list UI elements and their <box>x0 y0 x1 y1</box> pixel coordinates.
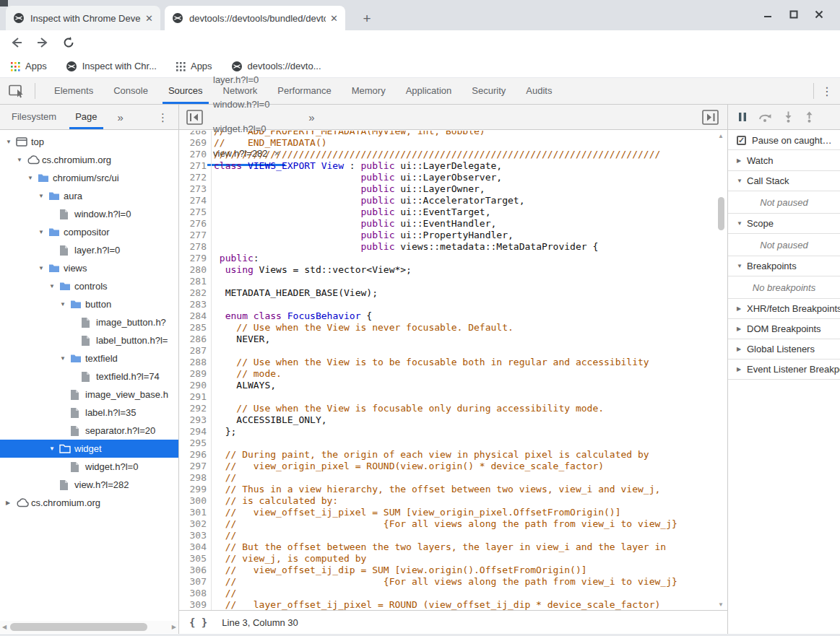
devtools-menu-icon[interactable]: ⋮ <box>821 84 831 98</box>
tree-item-image-view-base-h[interactable]: image_view_base.h <box>0 385 178 404</box>
line-number[interactable]: 303 <box>179 530 207 541</box>
pretty-print-icon[interactable]: { } <box>189 617 207 628</box>
pause-on-caught-row[interactable]: ✓ Pause on caught exceptions <box>728 131 840 150</box>
line-number[interactable]: 285 <box>179 322 207 334</box>
bookmark-item[interactable]: Apps <box>10 61 47 71</box>
bookmark-item[interactable]: Inspect with Chr... <box>66 61 157 72</box>
minimize-button[interactable] <box>763 9 772 19</box>
tree-item-cs-chromium-org[interactable]: ▶cs.chromium.org <box>0 494 178 512</box>
maximize-button[interactable] <box>789 9 798 19</box>
line-number[interactable]: 294 <box>179 426 207 437</box>
line-number[interactable]: 274 <box>179 195 207 206</box>
line-number[interactable]: 300 <box>179 495 207 507</box>
line-number[interactable]: 289 <box>179 368 207 380</box>
horizontal-scrollbar[interactable]: ◀ ▶ <box>0 621 178 633</box>
pause-button[interactable] <box>738 112 747 122</box>
chevron-down-icon[interactable]: ▼ <box>49 445 59 452</box>
section-call-stack[interactable]: ▼Call Stack <box>728 171 840 191</box>
line-number[interactable]: 282 <box>179 287 207 299</box>
editor-tab-window-h-l-0[interactable]: window.h?l=0 <box>213 92 280 117</box>
section-global-listeners[interactable]: ▶Global Listeners <box>728 339 840 360</box>
line-number[interactable]: 299 <box>179 484 207 495</box>
tree-item-textfield-h-l-74[interactable]: textfield.h?l=74 <box>0 367 178 385</box>
hide-navigator-icon[interactable] <box>186 110 203 125</box>
line-number[interactable]: 309 <box>179 599 207 610</box>
tree-item-separator-h-l-20[interactable]: separator.h?l=20 <box>0 422 178 440</box>
step-out-icon[interactable] <box>805 111 814 123</box>
line-number[interactable]: 286 <box>179 334 207 345</box>
line-number[interactable]: 292 <box>179 403 207 414</box>
chevron-down-icon[interactable]: ▼ <box>49 283 59 289</box>
section-dom-breakpoints[interactable]: ▶DOM Breakpoints <box>728 319 840 339</box>
line-number[interactable]: 293 <box>179 414 207 426</box>
tab-console[interactable]: Console <box>103 78 158 104</box>
vertical-scrollbar[interactable]: ▲ ▼ <box>716 131 727 610</box>
tree-item-image-button-h-[interactable]: image_button.h? <box>0 313 178 331</box>
tree-item-label-h-l-35[interactable]: label.h?l=35 <box>0 404 178 422</box>
navigator-tab-page[interactable]: Page <box>68 105 104 129</box>
tree-item-button[interactable]: ▼button <box>0 295 178 313</box>
scrollbar-thumb[interactable] <box>718 197 724 230</box>
chevron-down-icon[interactable]: ▼ <box>27 175 38 181</box>
line-number[interactable]: 291 <box>179 391 207 403</box>
line-number[interactable]: 308 <box>179 588 207 599</box>
line-number[interactable]: 272 <box>179 172 207 183</box>
line-number[interactable]: 270 <box>179 149 207 160</box>
tree-item-label-button-h-l-[interactable]: label_button.h?l= <box>0 331 178 349</box>
show-quick-source-icon[interactable] <box>702 110 719 125</box>
section-scope[interactable]: ▼Scope <box>728 214 840 234</box>
line-number[interactable]: 296 <box>179 449 207 461</box>
tree-item-controls[interactable]: ▼controls <box>0 277 178 295</box>
section-event-listener-breakpoints[interactable]: ▶Event Listener Breakpoints <box>728 360 840 380</box>
navigator-tab-filesystem[interactable]: Filesystem <box>4 105 64 129</box>
reload-button[interactable] <box>59 33 78 52</box>
chevron-down-icon[interactable]: ▼ <box>6 139 16 145</box>
line-number[interactable]: 268 <box>179 131 207 137</box>
line-number[interactable]: 295 <box>179 437 207 449</box>
bookmark-item[interactable]: Apps <box>176 61 212 71</box>
tree-item-layer-h-l-0[interactable]: layer.h?l=0 <box>0 241 178 259</box>
scroll-right-icon[interactable]: ▶ <box>172 624 176 630</box>
more-tabs-icon[interactable]: » <box>308 111 314 123</box>
section-breakpoints[interactable]: ▼Breakpoints <box>728 256 840 276</box>
line-number[interactable]: 287 <box>179 345 207 357</box>
tree-item-widget-h-l-0[interactable]: widget.h?l=0 <box>0 458 178 476</box>
tree-item-window-h-l-0[interactable]: window.h?l=0 <box>0 205 178 223</box>
checkbox-checked-icon[interactable]: ✓ <box>737 136 746 145</box>
line-number[interactable]: 278 <box>179 241 207 253</box>
tree-item-aura[interactable]: ▼aura <box>0 187 178 205</box>
chevron-down-icon[interactable]: ▼ <box>17 157 27 163</box>
line-number[interactable]: 280 <box>179 264 207 276</box>
code-editor[interactable]: 2682692702712722732742752762772782792802… <box>179 131 715 610</box>
scrollbar-thumb[interactable] <box>10 623 147 631</box>
chevron-down-icon[interactable]: ▼ <box>60 301 70 308</box>
window-menu-icon[interactable] <box>0 0 8 6</box>
more-tabs-icon[interactable]: » <box>118 111 124 123</box>
section-watch[interactable]: ▶Watch <box>728 151 840 171</box>
tab-audits[interactable]: Audits <box>516 78 562 104</box>
line-number[interactable]: 306 <box>179 565 207 576</box>
browser-tab-active[interactable]: devtools://devtools/bundled/devtools_app… <box>165 6 345 30</box>
forward-button[interactable] <box>33 33 52 52</box>
line-number[interactable]: 283 <box>179 299 207 310</box>
line-number[interactable]: 284 <box>179 310 207 322</box>
tab-close-icon[interactable]: ✕ <box>330 13 338 24</box>
chevron-down-icon[interactable]: ▼ <box>38 229 48 235</box>
tree-item-cs-chromium-org[interactable]: ▼cs.chromium.org <box>0 151 178 169</box>
step-over-icon[interactable] <box>758 112 772 123</box>
editor-tab-layer-h-l-0[interactable]: layer.h?l=0 <box>213 68 280 92</box>
tab-elements[interactable]: Elements <box>44 78 103 104</box>
tree-item-compositor[interactable]: ▼compositor <box>0 223 178 241</box>
line-number[interactable]: 307 <box>179 576 207 588</box>
chevron-down-icon[interactable]: ▼ <box>60 355 70 362</box>
line-number[interactable]: 273 <box>179 183 207 195</box>
line-number[interactable]: 298 <box>179 472 207 484</box>
line-number[interactable]: 290 <box>179 380 207 391</box>
tree-item-view-h-l-282[interactable]: view.h?l=282 <box>0 476 178 494</box>
line-number[interactable]: 277 <box>179 230 207 241</box>
line-number[interactable]: 305 <box>179 553 207 565</box>
line-number[interactable]: 269 <box>179 137 207 149</box>
line-number[interactable]: 304 <box>179 541 207 553</box>
scroll-left-icon[interactable]: ◀ <box>2 624 7 630</box>
line-number[interactable]: 302 <box>179 518 207 530</box>
